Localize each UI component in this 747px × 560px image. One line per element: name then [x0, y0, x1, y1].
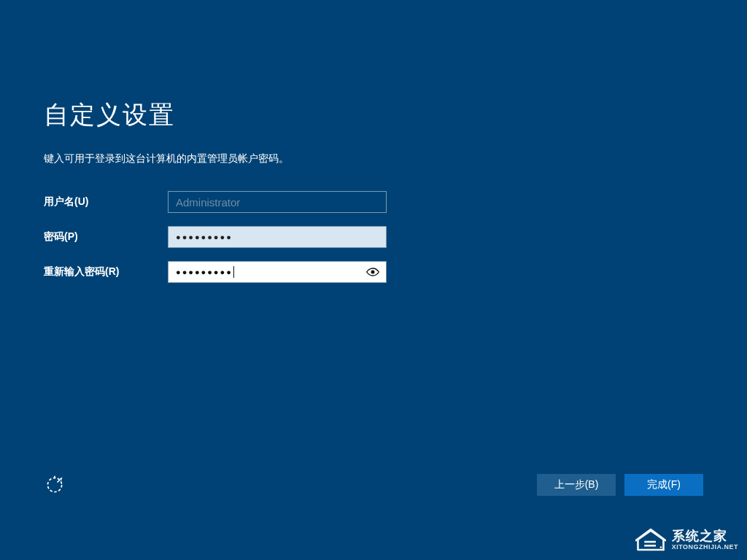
- svg-point-0: [371, 271, 375, 274]
- setup-content: 自定义设置 键入可用于登录到这台计算机的内置管理员帐户密码。 用户名(U) Ad…: [44, 98, 703, 295]
- confirm-password-mask: ●●●●●●●●●: [176, 268, 233, 276]
- svg-point-6: [662, 549, 665, 551]
- confirm-password-row: 重新输入密码(R) ●●●●●●●●●: [44, 260, 703, 284]
- username-label: 用户名(U): [44, 195, 168, 209]
- confirm-password-label: 重新输入密码(R): [44, 265, 168, 279]
- watermark-text: 系统之家 XITONGZHIJIA.NET: [672, 529, 738, 551]
- password-row: 密码(P) ●●●●●●●●●: [44, 225, 703, 249]
- username-row: 用户名(U) Administrator: [44, 190, 703, 214]
- page-subtitle: 键入可用于登录到这台计算机的内置管理员帐户密码。: [44, 152, 703, 166]
- confirm-password-field[interactable]: ●●●●●●●●●: [168, 261, 387, 283]
- username-field: Administrator: [168, 191, 387, 213]
- username-value: Administrator: [176, 196, 240, 209]
- svg-rect-3: [644, 541, 656, 543]
- svg-rect-4: [644, 545, 656, 547]
- watermark-logo-icon: [635, 526, 666, 553]
- text-caret: [233, 266, 234, 278]
- password-label: 密码(P): [44, 230, 168, 244]
- footer-bar: 上一步(B) 完成(F): [44, 474, 703, 496]
- watermark-url: XITONGZHIJIA.NET: [672, 544, 738, 551]
- footer-buttons: 上一步(B) 完成(F): [537, 474, 703, 496]
- watermark-name: 系统之家: [672, 529, 738, 542]
- password-field[interactable]: ●●●●●●●●●: [168, 226, 387, 248]
- page-title: 自定义设置: [44, 98, 703, 132]
- watermark: 系统之家 XITONGZHIJIA.NET: [635, 526, 738, 553]
- back-button[interactable]: 上一步(B): [537, 474, 616, 496]
- svg-point-5: [659, 546, 662, 548]
- password-mask: ●●●●●●●●●: [176, 233, 233, 241]
- svg-marker-2: [60, 478, 63, 481]
- ease-of-access-icon[interactable]: [44, 474, 66, 496]
- reveal-password-icon[interactable]: [365, 267, 380, 277]
- finish-button[interactable]: 完成(F): [624, 474, 703, 496]
